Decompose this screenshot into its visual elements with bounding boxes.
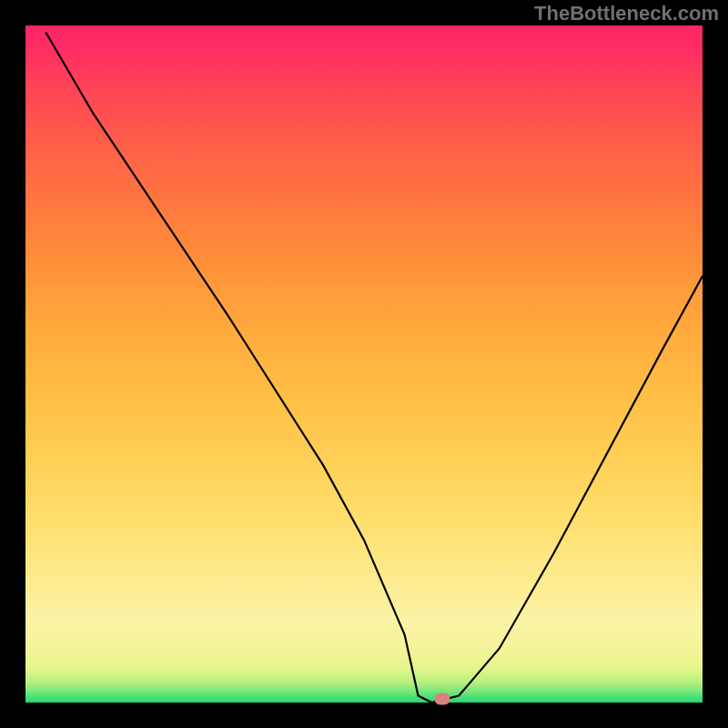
watermark-label: TheBottleneck.com [534,2,719,25]
optimal-point-marker [434,693,450,705]
bottleneck-curve [25,25,703,703]
chart-container: TheBottleneck.com [0,0,728,728]
plot-area [25,25,703,703]
